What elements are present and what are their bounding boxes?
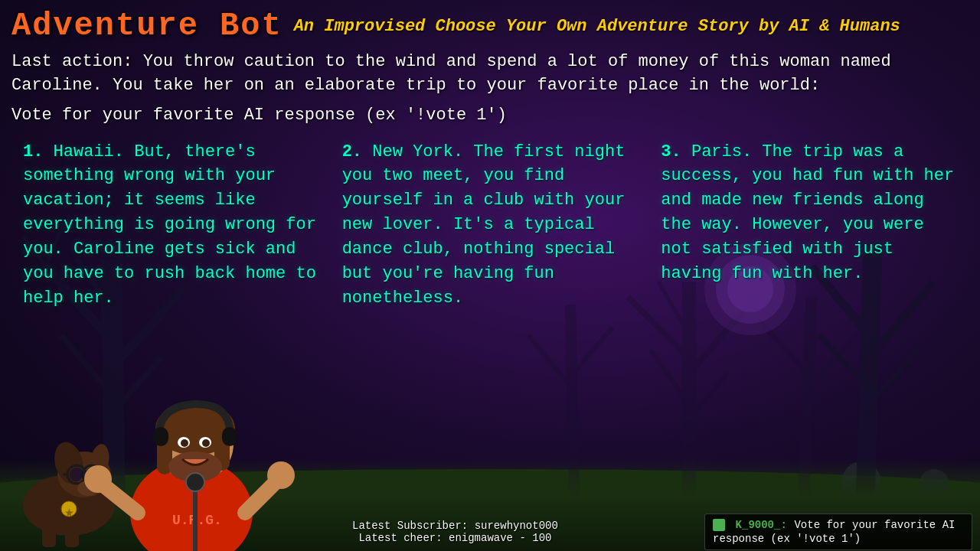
- subscriber-info: Latest Subscriber: surewhynot000 Latest …: [352, 520, 558, 544]
- option-3-number: 3.: [661, 142, 681, 161]
- svg-rect-50: [65, 524, 79, 547]
- svg-point-62: [202, 439, 210, 447]
- person-silhouette: U.R.G.: [84, 402, 295, 551]
- option-2-number: 2.: [342, 142, 362, 161]
- chat-box: K_9000_: Vote for your favorite AI respo…: [704, 514, 972, 550]
- option-2-content: New York. The first night you two meet, …: [342, 142, 626, 308]
- streamer-area: U.R.G.: [0, 375, 360, 551]
- svg-point-69: [186, 473, 204, 491]
- svg-point-45: [70, 468, 83, 481]
- svg-rect-70: [153, 427, 168, 446]
- app-title: Adventure Bot: [11, 8, 283, 44]
- app-subtitle: An Improvised Choose Your Own Adventure …: [294, 17, 900, 36]
- option-3-content: Paris. The trip was a success, you had f…: [661, 142, 954, 283]
- svg-point-66: [267, 461, 295, 489]
- svg-rect-71: [222, 427, 237, 446]
- svg-point-65: [84, 465, 112, 493]
- option-1-content: Hawaii. But, there's something wrong wit…: [23, 142, 316, 308]
- chat-icon: [713, 519, 725, 531]
- option-1-number: 1.: [23, 142, 43, 161]
- info-bar: Latest Subscriber: surewhynot000 Latest …: [345, 513, 980, 551]
- options-container: 1. Hawaii. But, there's something wrong …: [11, 136, 969, 315]
- svg-rect-49: [42, 524, 56, 547]
- chat-user: K_9000_:: [736, 519, 787, 531]
- svg-point-61: [181, 439, 188, 447]
- option-3: 3. Paris. The trip was a success, you ha…: [649, 136, 969, 315]
- option-2-text: 2. New York. The first night you two mee…: [342, 140, 639, 311]
- streamer-svg: U.R.G.: [0, 375, 360, 551]
- vote-prompt: Vote for your favorite AI response (ex '…: [11, 106, 969, 125]
- latest-subscriber: Latest Subscriber: surewhynot000: [352, 520, 558, 532]
- option-1-text: 1. Hawaii. But, there's something wrong …: [23, 140, 319, 311]
- title-bar: Adventure Bot An Improvised Choose Your …: [11, 8, 969, 44]
- option-3-text: 3. Paris. The trip was a success, you ha…: [661, 140, 957, 286]
- action-text: Last action: You throw caution to the wi…: [11, 51, 969, 98]
- option-1: 1. Hawaii. But, there's something wrong …: [11, 136, 331, 315]
- latest-cheer: Latest cheer: enigmawave - 100: [352, 532, 558, 544]
- option-2: 2. New York. The first night you two mee…: [331, 136, 650, 315]
